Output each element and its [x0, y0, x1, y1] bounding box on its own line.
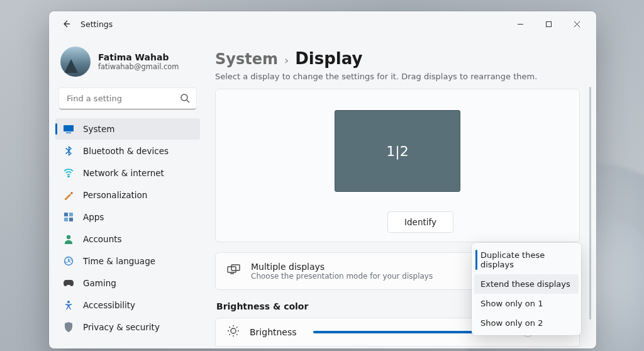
nav-item-gaming[interactable]: Gaming: [55, 272, 200, 294]
nav-item-network[interactable]: Network & internet: [55, 162, 200, 184]
nav-label: Accessibility: [83, 300, 135, 310]
svg-rect-5: [64, 213, 68, 216]
nav-label: Bluetooth & devices: [83, 146, 169, 156]
display-tile-label: 1|2: [386, 143, 408, 159]
dropdown-item-label: Show only on 1: [480, 299, 543, 308]
accounts-icon: [63, 233, 74, 245]
back-button[interactable]: [57, 14, 77, 34]
accessibility-icon: [63, 299, 74, 311]
main-scrollbar[interactable]: [589, 87, 591, 320]
apps-icon: [63, 211, 74, 223]
display-arrangement-panel: 1|2 Identify: [215, 89, 580, 242]
svg-rect-8: [69, 218, 73, 221]
nav-item-system[interactable]: System: [55, 118, 200, 140]
maximize-button[interactable]: [535, 14, 563, 34]
search-box: [59, 88, 196, 109]
time-icon: [63, 255, 74, 267]
back-arrow-icon: [62, 19, 72, 29]
avatar: [60, 47, 91, 77]
nav-label: Time & language: [83, 256, 155, 266]
system-icon: [63, 123, 74, 135]
chevron-right-icon: ›: [284, 53, 289, 67]
privacy-icon: [63, 321, 74, 333]
nav-item-bluetooth[interactable]: Bluetooth & devices: [55, 140, 200, 162]
brightness-icon: [227, 325, 240, 340]
svg-rect-3: [66, 133, 71, 133]
breadcrumb-parent[interactable]: System: [215, 50, 278, 68]
nav-label: Network & internet: [83, 168, 164, 178]
nav-label: System: [83, 124, 114, 134]
card-subtitle: Choose the presentation mode for your di…: [251, 272, 433, 281]
multiple-displays-icon: [227, 264, 241, 278]
dropdown-item-label: Show only on 2: [480, 318, 543, 328]
minimize-icon: [517, 21, 524, 28]
nav-label: Accounts: [83, 234, 122, 244]
dropdown-item-extend[interactable]: Extend these displays: [474, 274, 579, 294]
nav-label: Privacy & security: [83, 322, 160, 332]
dropdown-item-only2[interactable]: Show only on 2: [474, 313, 579, 333]
sidebar: Fatima Wahab fatiwahab@gmail.com System: [49, 36, 206, 348]
nav-list: System Bluetooth & devices Network & int…: [55, 118, 200, 342]
maximize-icon: [545, 21, 552, 28]
svg-rect-6: [69, 213, 73, 216]
breadcrumb: System › Display: [215, 49, 580, 68]
svg-point-11: [67, 301, 70, 303]
page-subtext: Select a display to change the settings …: [215, 72, 580, 81]
display-canvas[interactable]: 1|2: [227, 101, 568, 201]
nav-item-personalization[interactable]: Personalization: [55, 184, 200, 206]
identify-button[interactable]: Identify: [387, 211, 453, 233]
dropdown-item-only1[interactable]: Show only on 1: [474, 294, 579, 313]
page-title: Display: [295, 49, 362, 68]
profile-block[interactable]: Fatima Wahab fatiwahab@gmail.com: [55, 36, 200, 88]
nav-item-time[interactable]: Time & language: [55, 250, 200, 272]
nav-item-privacy[interactable]: Privacy & security: [55, 316, 200, 338]
bluetooth-icon: [63, 145, 74, 157]
search-input[interactable]: [59, 88, 196, 109]
settings-window: Settings Fatima Wahab fatiwahab@gmail.co…: [49, 11, 596, 348]
window-title: Settings: [80, 20, 113, 29]
dropdown-item-label: Extend these displays: [480, 279, 570, 289]
svg-rect-0: [547, 21, 552, 26]
nav-label: Apps: [83, 212, 104, 222]
personalization-icon: [63, 189, 74, 201]
svg-point-4: [68, 176, 69, 177]
presentation-mode-dropdown: Duplicate these displays Extend these di…: [472, 243, 581, 335]
main-content: System › Display Select a display to cha…: [206, 36, 596, 348]
svg-point-1: [181, 94, 187, 101]
gaming-icon: [63, 277, 74, 289]
close-icon: [574, 21, 580, 28]
card-title: Multiple displays: [251, 262, 433, 272]
nav-label: Gaming: [83, 278, 116, 288]
network-icon: [63, 167, 74, 179]
display-tile[interactable]: 1|2: [335, 110, 460, 192]
svg-point-14: [231, 328, 236, 333]
close-button[interactable]: [563, 14, 591, 34]
nav-item-accessibility[interactable]: Accessibility: [55, 294, 200, 316]
svg-rect-2: [64, 125, 74, 131]
search-icon: [180, 93, 190, 106]
minimize-button[interactable]: [506, 14, 535, 34]
nav-item-accounts[interactable]: Accounts: [55, 228, 200, 250]
svg-rect-7: [64, 218, 68, 221]
dropdown-item-label: Duplicate these displays: [480, 250, 545, 269]
nav-label: Personalization: [83, 190, 147, 200]
profile-name: Fatima Wahab: [98, 52, 179, 62]
profile-email: fatiwahab@gmail.com: [98, 62, 179, 71]
svg-point-9: [67, 235, 70, 239]
titlebar: Settings: [49, 11, 596, 36]
brightness-label: Brightness: [250, 327, 297, 337]
dropdown-item-duplicate[interactable]: Duplicate these displays: [474, 245, 579, 274]
nav-item-apps[interactable]: Apps: [55, 206, 200, 228]
